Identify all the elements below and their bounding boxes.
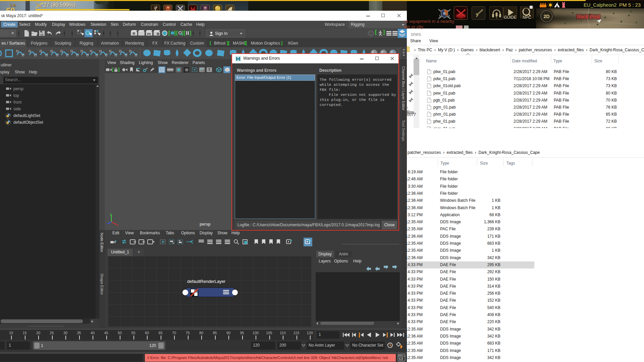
svg-text:x: x xyxy=(117,223,118,226)
svg-text:IPR: IPR xyxy=(147,33,151,35)
svg-text:T: T xyxy=(208,68,211,72)
svg-text:y: y xyxy=(110,213,112,216)
